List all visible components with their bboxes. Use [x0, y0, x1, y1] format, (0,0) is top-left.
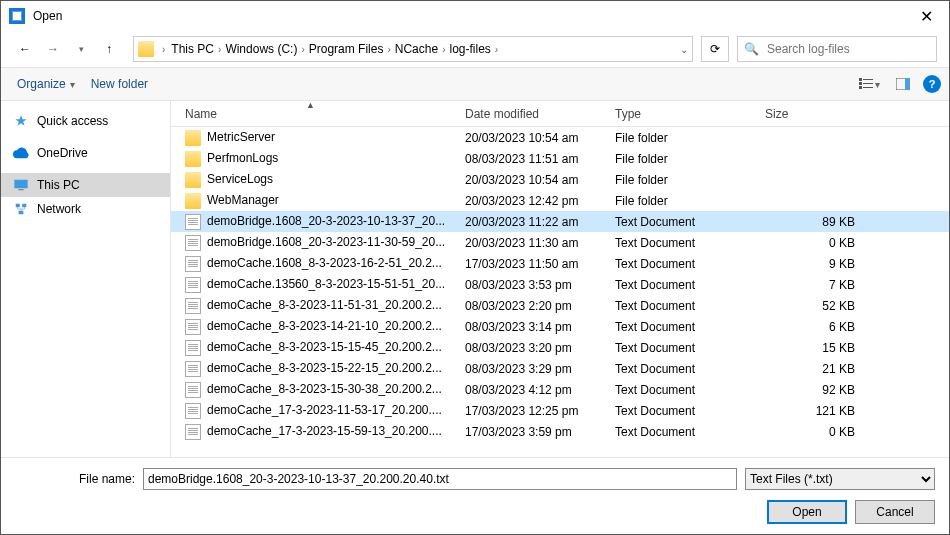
file-name: demoCache.13560_8-3-2023-15-51-51_20...: [179, 277, 459, 293]
refresh-button[interactable]: ⟳: [701, 36, 729, 62]
file-row[interactable]: demoCache.1608_8-3-2023-16-2-51_20.2...1…: [171, 253, 949, 274]
filename-input[interactable]: [143, 468, 737, 490]
recent-dropdown[interactable]: ▾: [69, 37, 93, 61]
up-button[interactable]: ↑: [97, 37, 121, 61]
file-row[interactable]: PerfmonLogs08/03/2023 11:51 amFile folde…: [171, 148, 949, 169]
file-name: MetricServer: [179, 130, 459, 146]
column-headers[interactable]: ▲ Name Date modified Type Size: [171, 101, 949, 127]
text-file-icon: [185, 340, 201, 356]
sidebar-item-network[interactable]: Network: [1, 197, 170, 221]
svg-rect-4: [859, 82, 862, 85]
file-date: 20/03/2023 11:22 am: [459, 215, 609, 229]
column-size[interactable]: Size: [759, 107, 879, 121]
file-type: Text Document: [609, 362, 759, 376]
organize-button[interactable]: Organize ▾: [9, 73, 83, 95]
file-date: 08/03/2023 2:20 pm: [459, 299, 609, 313]
sidebar-item-label: This PC: [37, 178, 80, 192]
new-folder-button[interactable]: New folder: [83, 73, 156, 95]
chevron-right-icon[interactable]: ›: [162, 44, 165, 55]
file-row[interactable]: demoCache_17-3-2023-11-53-17_20.200....1…: [171, 400, 949, 421]
file-type: Text Document: [609, 425, 759, 439]
file-name: ServiceLogs: [179, 172, 459, 188]
file-size: 0 KB: [759, 425, 879, 439]
file-type: Text Document: [609, 257, 759, 271]
chevron-down-icon: ▾: [70, 79, 75, 90]
svg-rect-12: [16, 204, 20, 208]
file-size: 89 KB: [759, 215, 879, 229]
file-name: demoCache_17-3-2023-15-59-13_20.200....: [179, 424, 459, 440]
svg-rect-1: [13, 12, 21, 20]
column-name[interactable]: Name: [179, 107, 459, 121]
file-size: 21 KB: [759, 362, 879, 376]
sidebar-item-quick-access[interactable]: Quick access: [1, 109, 170, 133]
sidebar-item-label: Network: [37, 202, 81, 216]
file-date: 20/03/2023 10:54 am: [459, 173, 609, 187]
column-type[interactable]: Type: [609, 107, 759, 121]
file-row[interactable]: demoCache_8-3-2023-15-30-38_20.200.2...0…: [171, 379, 949, 400]
file-date: 20/03/2023 12:42 pm: [459, 194, 609, 208]
file-row[interactable]: demoCache.13560_8-3-2023-15-51-51_20...0…: [171, 274, 949, 295]
file-type-filter[interactable]: Text Files (*.txt): [745, 468, 935, 490]
file-row[interactable]: demoBridge.1608_20-3-2023-11-30-59_20...…: [171, 232, 949, 253]
file-row[interactable]: demoCache_8-3-2023-11-51-31_20.200.2...0…: [171, 295, 949, 316]
file-row[interactable]: ServiceLogs20/03/2023 10:54 amFile folde…: [171, 169, 949, 190]
svg-rect-10: [14, 180, 27, 189]
search-input[interactable]: [765, 41, 930, 57]
file-date: 20/03/2023 11:30 am: [459, 236, 609, 250]
text-file-icon: [185, 256, 201, 272]
app-icon: [9, 8, 25, 24]
close-button[interactable]: ✕: [912, 3, 941, 30]
forward-button[interactable]: →: [41, 37, 65, 61]
breadcrumb-segment[interactable]: This PC: [167, 37, 218, 61]
file-type: Text Document: [609, 278, 759, 292]
text-file-icon: [185, 424, 201, 440]
address-bar[interactable]: › This PC›Windows (C:)›Program Files›NCa…: [133, 36, 693, 62]
sidebar-item-this-pc[interactable]: This PC: [1, 173, 170, 197]
file-row[interactable]: demoCache_8-3-2023-14-21-10_20.200.2...0…: [171, 316, 949, 337]
organize-label: Organize: [17, 77, 66, 91]
star-icon: [13, 113, 29, 129]
view-options-button[interactable]: ▾: [855, 72, 883, 96]
file-row[interactable]: demoBridge.1608_20-3-2023-10-13-37_20...…: [171, 211, 949, 232]
svg-rect-5: [863, 83, 873, 84]
file-row[interactable]: demoCache_8-3-2023-15-22-15_20.200.2...0…: [171, 358, 949, 379]
file-row[interactable]: demoCache_17-3-2023-15-59-13_20.200....1…: [171, 421, 949, 442]
file-type: Text Document: [609, 341, 759, 355]
file-name: demoCache_8-3-2023-11-51-31_20.200.2...: [179, 298, 459, 314]
cloud-icon: [13, 145, 29, 161]
breadcrumb-segment[interactable]: Windows (C:): [221, 37, 301, 61]
breadcrumb-segment[interactable]: Program Files: [305, 37, 388, 61]
search-box[interactable]: 🔍: [737, 36, 937, 62]
file-row[interactable]: demoCache_8-3-2023-15-15-45_20.200.2...0…: [171, 337, 949, 358]
file-date: 08/03/2023 3:53 pm: [459, 278, 609, 292]
file-row[interactable]: MetricServer20/03/2023 10:54 amFile fold…: [171, 127, 949, 148]
preview-pane-button[interactable]: [889, 72, 917, 96]
chevron-right-icon[interactable]: ›: [495, 44, 498, 55]
help-button[interactable]: ?: [923, 75, 941, 93]
file-row[interactable]: WebManager20/03/2023 12:42 pmFile folder: [171, 190, 949, 211]
file-name: demoCache_8-3-2023-15-22-15_20.200.2...: [179, 361, 459, 377]
svg-rect-3: [863, 79, 873, 80]
file-name: demoCache_17-3-2023-11-53-17_20.200....: [179, 403, 459, 419]
text-file-icon: [185, 235, 201, 251]
file-name: demoCache.1608_8-3-2023-16-2-51_20.2...: [179, 256, 459, 272]
file-date: 20/03/2023 10:54 am: [459, 131, 609, 145]
file-date: 17/03/2023 12:25 pm: [459, 404, 609, 418]
file-size: 6 KB: [759, 320, 879, 334]
column-date[interactable]: Date modified: [459, 107, 609, 121]
sidebar-item-onedrive[interactable]: OneDrive: [1, 141, 170, 165]
file-type: Text Document: [609, 215, 759, 229]
breadcrumb-segment[interactable]: log-files: [445, 37, 494, 61]
breadcrumb-segment[interactable]: NCache: [391, 37, 442, 61]
open-button[interactable]: Open: [767, 500, 847, 524]
file-size: 9 KB: [759, 257, 879, 271]
text-file-icon: [185, 277, 201, 293]
cancel-button[interactable]: Cancel: [855, 500, 935, 524]
back-button[interactable]: ←: [13, 37, 37, 61]
text-file-icon: [185, 382, 201, 398]
file-type: File folder: [609, 173, 759, 187]
svg-rect-6: [859, 86, 862, 89]
chevron-down-icon[interactable]: ⌄: [680, 44, 688, 55]
search-icon: 🔍: [744, 42, 759, 56]
sidebar-item-label: OneDrive: [37, 146, 88, 160]
